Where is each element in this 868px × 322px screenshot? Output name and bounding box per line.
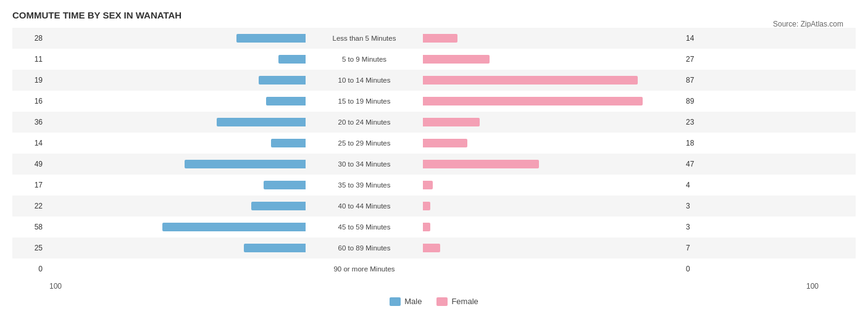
female-bar: [423, 97, 643, 105]
chart-row: 58 45 to 59 Minutes 3: [12, 217, 856, 237]
female-bar: [423, 160, 539, 168]
male-bar-area: [46, 112, 306, 133]
male-value: 19: [12, 76, 46, 85]
chart-row: 11 5 to 9 Minutes 27: [12, 49, 856, 70]
row-label: 90 or more Minutes: [306, 265, 423, 273]
male-bar: [271, 139, 306, 147]
female-value: 4: [682, 181, 716, 189]
female-bar-area: [423, 112, 682, 133]
female-bar: [423, 55, 490, 64]
female-bar-area: [423, 28, 682, 49]
female-bar: [423, 34, 457, 43]
male-bar: [244, 244, 306, 252]
chart-row: 14 25 to 29 Minutes 18: [12, 133, 856, 154]
female-bar-area: [423, 154, 682, 175]
chart-row: 28 Less than 5 Minutes 14: [12, 28, 856, 49]
male-bar-area: [46, 91, 306, 112]
female-value: 47: [682, 160, 716, 168]
male-bar-area: [46, 175, 306, 196]
male-value: 0: [12, 265, 46, 273]
male-bar: [236, 34, 306, 43]
legend-male: Male: [390, 297, 422, 306]
male-bar-area: [46, 258, 306, 279]
female-value: 89: [682, 97, 716, 105]
bottom-left-label: 100: [49, 282, 62, 291]
chart-area: 28 Less than 5 Minutes 14 11 5 to 9 Minu…: [12, 28, 856, 279]
male-value: 49: [12, 160, 46, 168]
male-value: 22: [12, 202, 46, 210]
row-label: 25 to 29 Minutes: [306, 139, 423, 147]
female-value: 0: [682, 265, 716, 273]
male-bar-area: [46, 196, 306, 217]
female-bar: [423, 244, 440, 252]
male-bar-area: [46, 154, 306, 175]
female-bar-area: [423, 237, 682, 258]
bottom-right-label: 100: [806, 282, 819, 291]
male-value: 16: [12, 97, 46, 105]
male-value: 58: [12, 223, 46, 231]
row-label: 30 to 34 Minutes: [306, 160, 423, 168]
chart-title: COMMUTE TIME BY SEX IN WANATAH: [12, 10, 856, 20]
row-label: 5 to 9 Minutes: [306, 56, 423, 63]
male-value: 14: [12, 139, 46, 147]
female-bar-area: [423, 91, 682, 112]
female-bar: [423, 202, 430, 210]
male-bar: [264, 181, 306, 189]
male-value: 28: [12, 34, 46, 43]
female-value: 23: [682, 118, 716, 126]
male-bar: [217, 118, 306, 126]
female-bar-area: [423, 217, 682, 237]
legend-male-box: [390, 297, 401, 306]
male-bar-area: [46, 217, 306, 237]
female-value: 3: [682, 202, 716, 210]
chart-row: 25 60 to 89 Minutes 7: [12, 237, 856, 258]
legend-female-box: [436, 297, 448, 306]
male-bar: [185, 160, 306, 168]
male-value: 36: [12, 118, 46, 126]
chart-row: 19 10 to 14 Minutes 87: [12, 70, 856, 91]
female-value: 18: [682, 139, 716, 147]
female-bar: [423, 118, 480, 126]
row-label: 10 to 14 Minutes: [306, 76, 423, 84]
female-value: 87: [682, 76, 716, 85]
male-value: 17: [12, 181, 46, 189]
female-bar-area: [423, 133, 682, 154]
male-bar: [162, 223, 306, 231]
legend: Male Female: [12, 297, 856, 306]
female-value: 3: [682, 223, 716, 231]
female-value: 14: [682, 34, 716, 43]
male-bar-area: [46, 133, 306, 154]
female-bar-area: [423, 49, 682, 70]
male-bar-area: [46, 70, 306, 91]
row-label: 45 to 59 Minutes: [306, 223, 423, 231]
legend-male-label: Male: [404, 297, 422, 306]
bottom-labels: 100 100: [12, 282, 856, 291]
row-label: 20 to 24 Minutes: [306, 118, 423, 126]
female-bar: [423, 76, 638, 85]
chart-row: 22 40 to 44 Minutes 3: [12, 196, 856, 217]
female-bar: [423, 181, 433, 189]
row-label: 35 to 39 Minutes: [306, 181, 423, 189]
male-bar-area: [46, 49, 306, 70]
male-bar-area: [46, 237, 306, 258]
male-bar: [251, 202, 306, 210]
legend-female: Female: [436, 297, 478, 306]
female-value: 27: [682, 55, 716, 64]
male-value: 11: [12, 55, 46, 64]
chart-row: 17 35 to 39 Minutes 4: [12, 175, 856, 196]
row-label: 15 to 19 Minutes: [306, 97, 423, 105]
row-label: 40 to 44 Minutes: [306, 202, 423, 210]
source-label: Source: ZipAtlas.com: [773, 20, 843, 28]
row-label: Less than 5 Minutes: [306, 35, 423, 42]
legend-female-label: Female: [451, 297, 478, 306]
row-label: 60 to 89 Minutes: [306, 244, 423, 252]
female-bar-area: [423, 196, 682, 217]
male-bar: [278, 55, 306, 64]
female-bar-area: [423, 258, 682, 279]
chart-row: 0 90 or more Minutes 0: [12, 258, 856, 279]
female-bar-area: [423, 175, 682, 196]
male-value: 25: [12, 244, 46, 252]
female-bar: [423, 223, 430, 231]
chart-row: 49 30 to 34 Minutes 47: [12, 154, 856, 175]
chart-row: 16 15 to 19 Minutes 89: [12, 91, 856, 112]
